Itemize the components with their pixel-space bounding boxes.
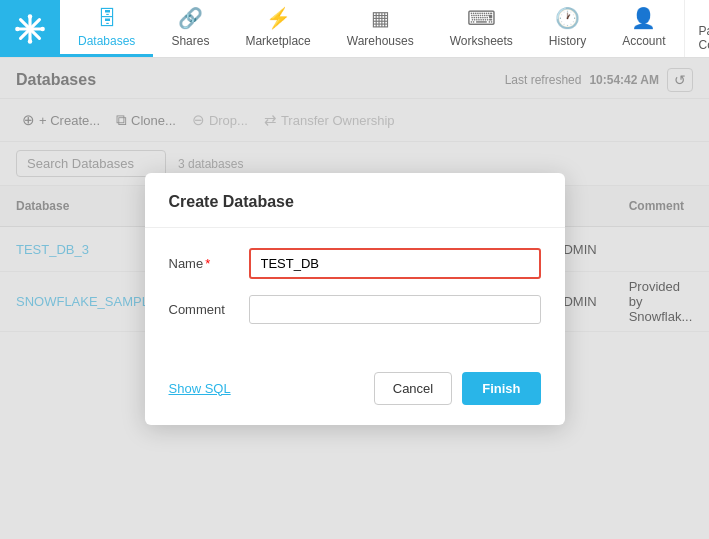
nav-label-account: Account (622, 34, 665, 48)
nav-label-marketplace: Marketplace (245, 34, 310, 48)
comment-field-row: Comment (169, 295, 541, 324)
modal-body: Name* Comment (145, 228, 565, 360)
database-comment-input[interactable] (249, 295, 541, 324)
show-sql-button[interactable]: Show SQL (169, 381, 231, 396)
modal-overlay: Create Database Name* Comment (0, 58, 709, 539)
modal-footer: Show SQL Cancel Finish (145, 360, 565, 425)
snowflake-logo[interactable] (0, 0, 60, 57)
svg-point-6 (28, 39, 33, 44)
comment-label: Comment (169, 302, 249, 317)
nav-item-shares[interactable]: 🔗 Shares (153, 0, 227, 57)
svg-point-7 (15, 26, 20, 31)
nav-items-container: 🗄 Databases 🔗 Shares ⚡ Marketplace ▦ War… (60, 0, 684, 57)
worksheets-icon: ⌨ (467, 6, 496, 30)
nav-item-account[interactable]: 👤 Account (604, 0, 683, 57)
nav-label-worksheets: Worksheets (450, 34, 513, 48)
svg-point-8 (40, 26, 45, 31)
modal-title: Create Database (145, 173, 565, 228)
name-input-wrapper (249, 248, 541, 279)
nav-label-shares: Shares (171, 34, 209, 48)
name-field-row: Name* (169, 248, 541, 279)
database-name-input[interactable] (249, 248, 541, 279)
top-navigation: 🗄 Databases 🔗 Shares ⚡ Marketplace ▦ War… (0, 0, 709, 58)
create-database-modal: Create Database Name* Comment (145, 173, 565, 425)
marketplace-icon: ⚡ (266, 6, 291, 30)
nav-item-history[interactable]: 🕐 History (531, 0, 604, 57)
shares-icon: 🔗 (178, 6, 203, 30)
finish-button[interactable]: Finish (462, 372, 540, 405)
main-content: Databases Last refreshed 10:54:42 AM ↺ ⊕… (0, 58, 709, 539)
nav-label-databases: Databases (78, 34, 135, 48)
nav-item-warehouses[interactable]: ▦ Warehouses (329, 0, 432, 57)
databases-icon: 🗄 (97, 7, 117, 30)
nav-label-partner: Partner Conne... (699, 24, 709, 52)
nav-label-history: History (549, 34, 586, 48)
nav-item-databases[interactable]: 🗄 Databases (60, 0, 153, 57)
name-label: Name* (169, 256, 249, 271)
footer-buttons: Cancel Finish (374, 372, 541, 405)
account-icon: 👤 (631, 6, 656, 30)
cancel-button[interactable]: Cancel (374, 372, 452, 405)
svg-point-5 (28, 14, 33, 19)
nav-item-partner-connect[interactable]: ↗ Partner Conne... (684, 0, 709, 57)
nav-label-warehouses: Warehouses (347, 34, 414, 48)
comment-input-wrapper (249, 295, 541, 324)
history-icon: 🕐 (555, 6, 580, 30)
warehouses-icon: ▦ (371, 6, 390, 30)
nav-item-worksheets[interactable]: ⌨ Worksheets (432, 0, 531, 57)
nav-item-marketplace[interactable]: ⚡ Marketplace (227, 0, 328, 57)
